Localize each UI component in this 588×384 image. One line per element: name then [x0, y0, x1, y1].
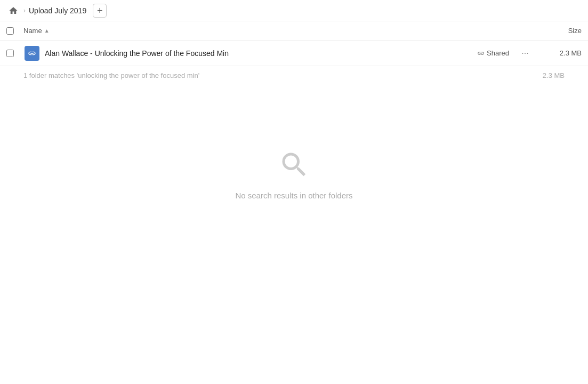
- breadcrumb-separator: ›: [23, 7, 26, 14]
- breadcrumb-current-folder: Upload July 2019: [29, 6, 86, 15]
- empty-state: No search results in other folders: [0, 149, 588, 200]
- select-all-checkbox[interactable]: [6, 27, 14, 35]
- link-icon: [477, 50, 485, 57]
- sort-arrow-icon: ▲: [44, 28, 50, 34]
- match-info-row: 1 folder matches 'unlocking the power of…: [0, 66, 588, 85]
- name-column-header[interactable]: Name ▲: [23, 27, 539, 35]
- home-icon: [9, 6, 18, 15]
- match-info-text: 1 folder matches 'unlocking the power of…: [23, 71, 199, 79]
- shared-badge[interactable]: Shared: [477, 49, 509, 57]
- no-results-text: No search results in other folders: [235, 191, 352, 200]
- ellipsis-icon: ···: [521, 49, 528, 58]
- row-checkbox[interactable]: [6, 50, 14, 57]
- column-header-row: Name ▲ Size: [0, 21, 588, 41]
- search-empty-icon: [278, 149, 310, 181]
- file-row[interactable]: Alan Wallace - Unlocking the Power of th…: [0, 41, 588, 66]
- home-breadcrumb[interactable]: [6, 4, 20, 18]
- breadcrumb-bar: › Upload July 2019 +: [0, 0, 588, 21]
- shared-label: Shared: [487, 49, 509, 57]
- name-column-label: Name: [23, 27, 42, 35]
- header-checkbox-cell: [6, 27, 23, 35]
- file-name: Alan Wallace - Unlocking the Power of th…: [45, 49, 477, 58]
- more-options-button[interactable]: ···: [518, 46, 533, 61]
- size-column-header: Size: [539, 27, 582, 35]
- no-results-icon: [278, 149, 310, 182]
- file-icon-box: [25, 46, 39, 61]
- match-info-size: 2.3 MB: [543, 71, 565, 79]
- row-checkbox-cell: [6, 50, 23, 57]
- folder-link-icon: [28, 49, 36, 58]
- add-button[interactable]: +: [93, 4, 107, 18]
- file-icon-wrap: [23, 45, 41, 62]
- file-size: 2.3 MB: [539, 49, 582, 57]
